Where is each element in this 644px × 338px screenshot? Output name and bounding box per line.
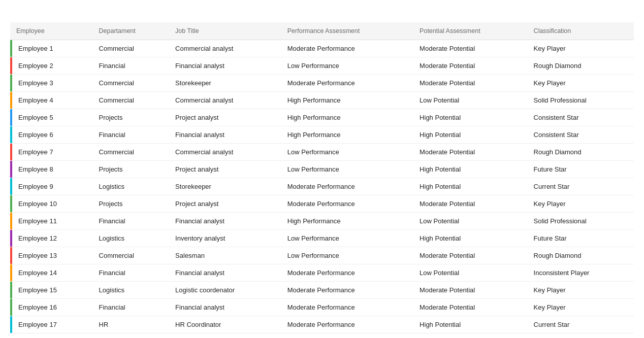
employee-name: Employee 15 [18,286,57,294]
employee-cell: Employee 8 [10,161,93,178]
performance-cell: Low Performance [281,247,413,264]
row-color-bar [10,40,12,57]
dept-cell: Projects [93,195,170,213]
col-header-potential-assessment: Potential Assessment [413,22,528,40]
table-header: EmployeeDepartamentJob TitlePerformance … [10,22,634,40]
class-cell: Key Player [528,195,634,213]
table-row: Employee 6FinancialFinancial analystHigh… [10,126,634,144]
performance-cell: Moderate Performance [281,195,413,213]
potential-cell: High Potential [413,109,528,126]
table-row: Employee 11FinancialFinancial analystHig… [10,213,634,230]
class-cell: Key Player [528,40,634,57]
employee-name: Employee 4 [18,96,53,104]
potential-cell: Low Potential [413,264,528,282]
class-cell: Consistent Star [528,109,634,126]
potential-cell: Moderate Potential [413,57,528,75]
employee-cell: Employee 9 [10,178,93,195]
employee-name: Employee 2 [18,62,53,70]
potential-cell: Moderate Potential [413,144,528,161]
class-cell: Solid Professional [528,213,634,230]
table-row: Employee 15LogisticsLogistic coordenator… [10,282,634,299]
performance-cell: Moderate Performance [281,75,413,92]
class-cell: Key Player [528,75,634,92]
performance-cell: Moderate Performance [281,299,413,316]
performance-cell: Low Performance [281,230,413,247]
potential-cell: Moderate Potential [413,195,528,213]
table-row: Employee 10ProjectsProject analystModera… [10,195,634,213]
row-color-bar [10,144,12,160]
dept-cell: Financial [93,299,170,316]
performance-cell: Moderate Performance [281,316,413,333]
employee-name: Employee 12 [18,234,57,242]
employee-name: Employee 7 [18,148,53,156]
row-color-bar [10,299,12,316]
col-header-performance-assessment: Performance Assessment [281,22,413,40]
job-cell: Storekeeper [169,178,281,195]
potential-cell: Low Potential [413,92,528,109]
job-cell: Project analyst [169,109,281,126]
potential-cell: Moderate Potential [413,282,528,299]
class-cell: Rough Diamond [528,57,634,75]
row-color-bar [10,92,12,109]
performance-cell: Low Performance [281,57,413,75]
potential-cell: High Potential [413,316,528,333]
job-cell: Salesman [169,247,281,264]
employee-cell: Employee 3 [10,75,93,92]
dept-cell: Commercial [93,144,170,161]
job-cell: Storekeeper [169,75,281,92]
row-color-bar [10,282,12,298]
employee-name: Employee 13 [18,252,57,259]
class-cell: Rough Diamond [528,144,634,161]
table-row: Employee 5ProjectsProject analystHigh Pe… [10,109,634,126]
employee-cell: Employee 2 [10,57,93,75]
potential-cell: Moderate Potential [413,75,528,92]
table-row: Employee 1CommercialCommercial analystMo… [10,40,634,57]
performance-cell: High Performance [281,213,413,230]
performance-cell: High Performance [281,126,413,144]
col-header-job-title: Job Title [169,22,281,40]
dept-cell: Financial [93,57,170,75]
dept-cell: Projects [93,109,170,126]
class-cell: Key Player [528,282,634,299]
job-cell: Commercial analyst [169,40,281,57]
employee-name: Employee 11 [18,217,57,225]
potential-cell: Moderate Potential [413,299,528,316]
job-cell: Commercial analyst [169,144,281,161]
employee-name: Employee 3 [18,79,53,87]
employee-cell: Employee 1 [10,40,93,57]
performance-cell: Low Performance [281,161,413,178]
performance-cell: High Performance [281,92,413,109]
table-row: Employee 2FinancialFinancial analystLow … [10,57,634,75]
dept-cell: Commercial [93,75,170,92]
class-cell: Key Player [528,299,634,316]
row-color-bar [10,161,12,178]
performance-cell: Moderate Performance [281,40,413,57]
job-cell: Project analyst [169,195,281,213]
table-row: Employee 14FinancialFinancial analystMod… [10,264,634,282]
data-table: EmployeeDepartamentJob TitlePerformance … [10,22,634,333]
dept-cell: Financial [93,264,170,282]
employee-cell: Employee 12 [10,230,93,247]
row-color-bar [10,126,12,143]
employee-name: Employee 9 [18,183,53,190]
employee-name: Employee 10 [18,200,57,208]
employee-cell: Employee 16 [10,299,93,316]
performance-cell: Moderate Performance [281,178,413,195]
col-header-classification: Classification [528,22,634,40]
potential-cell: Moderate Potential [413,40,528,57]
employee-name: Employee 14 [18,269,57,277]
job-cell: Financial analyst [169,57,281,75]
dept-cell: Financial [93,213,170,230]
row-color-bar [10,264,12,281]
employee-name: Employee 1 [18,45,53,52]
potential-cell: High Potential [413,178,528,195]
row-color-bar [10,316,12,333]
employee-cell: Employee 7 [10,144,93,161]
dept-cell: Logistics [93,282,170,299]
job-cell: Financial analyst [169,299,281,316]
row-color-bar [10,230,12,247]
row-color-bar [10,247,12,264]
dept-cell: Commercial [93,92,170,109]
table-row: Employee 16FinancialFinancial analystMod… [10,299,634,316]
employee-name: Employee 8 [18,165,53,173]
